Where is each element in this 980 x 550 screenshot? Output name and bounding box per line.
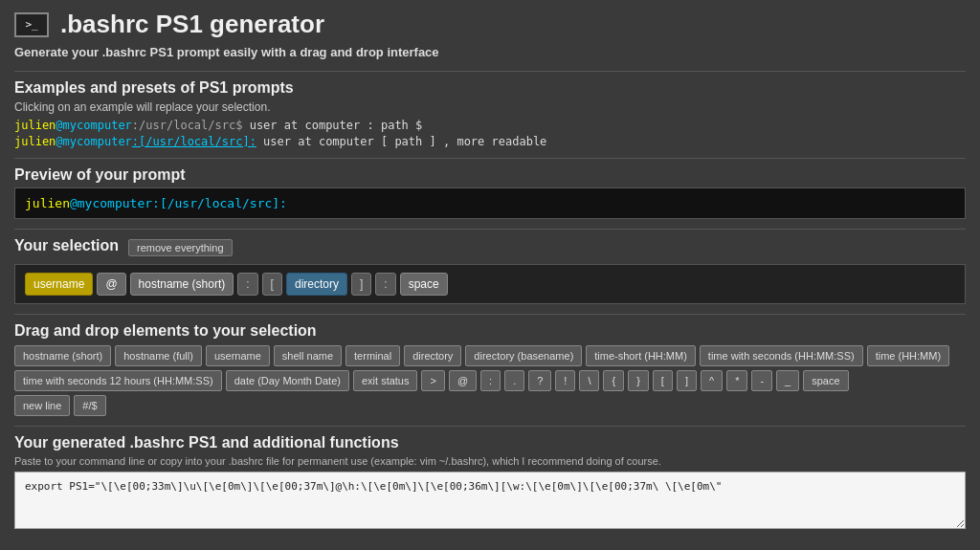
tag-bracket-close[interactable]: ] <box>351 273 371 296</box>
remove-everything-button[interactable]: remove everything <box>128 239 233 256</box>
example1-at-host: @mycomputer <box>56 119 131 132</box>
example2-path: :[/usr/local/src]: <box>132 135 256 148</box>
selection-section: Your selection remove everything usernam… <box>14 237 966 304</box>
examples-section: Examples and presets of PS1 prompts Clic… <box>14 79 966 148</box>
drag-sq-open[interactable]: [ <box>653 370 673 391</box>
drag-elements-row2: time with seconds 12 hours (HH:MM:SS) da… <box>14 370 966 391</box>
selection-bar: username @ hostname (short) : [ director… <box>14 264 966 304</box>
drag-gt[interactable]: > <box>421 370 444 391</box>
drag-hostname-short[interactable]: hostname (short) <box>14 345 111 366</box>
example2-at-host: @mycomputer <box>56 135 131 148</box>
drag-time-hhmm[interactable]: time (HH:MM) <box>867 345 949 366</box>
preview-bracket-open: :[ <box>152 196 167 210</box>
examples-description: Clicking on an example will replace your… <box>14 100 966 114</box>
generated-description: Paste to your command line or copy into … <box>14 455 966 467</box>
generated-code-text: export PS1="\[\e[00;33m\]\u\[\e[0m\]\[\e… <box>25 480 722 493</box>
drag-heading: Drag and drop elements to your selection <box>14 322 966 340</box>
drag-brace-close[interactable]: } <box>628 370 649 391</box>
drag-shell-name[interactable]: shell name <box>274 345 342 366</box>
preview-at-host: @mycomputer <box>70 196 152 210</box>
preview-box: julien@mycomputer:[/usr/local/src]: <box>14 187 966 219</box>
preview-path: /usr/local/src <box>167 196 273 210</box>
generated-code[interactable]: export PS1="\[\e[00;33m\]\u\[\e[0m\]\[\e… <box>14 472 966 529</box>
drag-new-line[interactable]: new line <box>14 395 70 416</box>
drag-hostname-full[interactable]: hostname (full) <box>115 345 202 366</box>
example2-user: julien <box>14 135 56 148</box>
drag-time-12h[interactable]: time with seconds 12 hours (HH:MM:SS) <box>14 370 222 391</box>
page-title: .bashrc PS1 generator <box>60 10 324 39</box>
tag-space[interactable]: space <box>400 273 448 296</box>
example2[interactable]: julien@mycomputer:[/usr/local/src]: user… <box>14 135 966 148</box>
drag-elements-row3: new line #/$ <box>14 395 966 416</box>
drag-caret[interactable]: ^ <box>701 370 723 391</box>
drag-time-short[interactable]: time-short (HH:MM) <box>586 345 696 366</box>
tag-hostname-short[interactable]: hostname (short) <box>130 273 234 296</box>
tag-username[interactable]: username <box>25 273 93 296</box>
selection-heading: Your selection <box>14 237 119 254</box>
tag-directory[interactable]: directory <box>286 273 347 296</box>
terminal-icon: >_ <box>14 12 49 37</box>
drag-brace-open[interactable]: { <box>603 370 624 391</box>
tag-at[interactable]: @ <box>97 273 125 296</box>
preview-section: Preview of your prompt julien@mycomputer… <box>14 166 966 219</box>
drag-time-seconds[interactable]: time with seconds (HH:MM:SS) <box>700 345 863 366</box>
drag-elements-container: hostname (short) hostname (full) usernam… <box>14 345 966 416</box>
terminal-icon-text: >_ <box>25 18 37 31</box>
preview-bracket-close: ]: <box>272 196 287 210</box>
preview-user: julien <box>25 196 70 210</box>
drag-question[interactable]: ? <box>528 370 551 391</box>
drag-space[interactable]: space <box>803 370 848 391</box>
tag-colon[interactable]: : <box>237 273 257 296</box>
drag-section: Drag and drop elements to your selection… <box>14 322 966 416</box>
generated-section: Your generated .bashrc PS1 and additiona… <box>14 434 966 529</box>
drag-sq-close[interactable]: ] <box>677 370 697 391</box>
example1[interactable]: julien@mycomputer:/usr/local/src$ user a… <box>14 119 966 132</box>
drag-underscore[interactable]: _ <box>776 370 799 391</box>
examples-heading: Examples and presets of PS1 prompts <box>14 79 966 97</box>
page-header: >_ .bashrc PS1 generator <box>14 10 966 39</box>
example1-user: julien <box>14 119 56 132</box>
drag-exclaim[interactable]: ! <box>555 370 575 391</box>
drag-elements-row1: hostname (short) hostname (full) usernam… <box>14 345 966 366</box>
drag-asterisk[interactable]: * <box>726 370 747 391</box>
drag-colon-char[interactable]: : <box>480 370 501 391</box>
drag-minus[interactable]: - <box>751 370 772 391</box>
drag-date[interactable]: date (Day Month Date) <box>226 370 349 391</box>
drag-backslash[interactable]: \ <box>579 370 599 391</box>
drag-at-sign[interactable]: @ <box>449 370 477 391</box>
example2-suffix: user at computer [ path ] , more readabl… <box>256 135 546 148</box>
drag-username[interactable]: username <box>206 345 270 366</box>
example1-path: :/usr/local/src$ <box>132 119 243 132</box>
drag-exit-status[interactable]: exit status <box>353 370 418 391</box>
drag-directory-basename[interactable]: directory (basename) <box>465 345 582 366</box>
drag-directory[interactable]: directory <box>404 345 461 366</box>
drag-dot[interactable]: . <box>504 370 524 391</box>
generated-heading: Your generated .bashrc PS1 and additiona… <box>14 434 966 451</box>
drag-terminal[interactable]: terminal <box>345 345 400 366</box>
example1-suffix: user at computer : path $ <box>242 119 422 132</box>
page-subtitle: Generate your .bashrc PS1 prompt easily … <box>14 45 966 59</box>
tag-colon2[interactable]: : <box>375 273 395 296</box>
tag-bracket-open[interactable]: [ <box>262 273 282 296</box>
drag-hash-dollar[interactable]: #/$ <box>74 395 105 416</box>
preview-heading: Preview of your prompt <box>14 166 966 184</box>
selection-header: Your selection remove everything <box>14 237 966 258</box>
